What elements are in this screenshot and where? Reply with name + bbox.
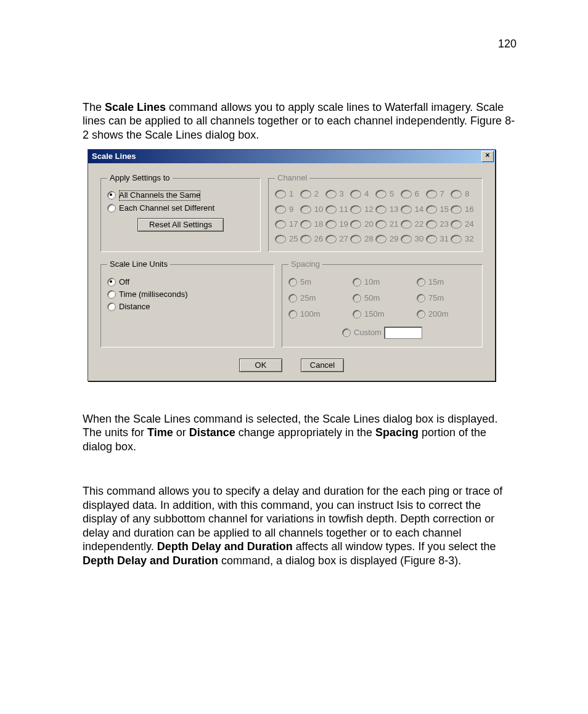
- radio-channel-22[interactable]: 22: [401, 219, 426, 229]
- radio-label: 50m: [364, 293, 380, 303]
- radio-label: 31: [440, 234, 450, 244]
- radio-channel-29[interactable]: 29: [375, 234, 401, 244]
- radio-label: 7: [440, 189, 450, 199]
- radio-channel-16[interactable]: 16: [451, 205, 476, 214]
- radio-icon: [325, 190, 337, 198]
- radio-label: 21: [390, 219, 399, 229]
- radio-label: 17: [289, 219, 299, 229]
- radio-channel-5[interactable]: 5: [375, 189, 401, 199]
- radio-units-off[interactable]: Off: [107, 277, 267, 287]
- radio-spacing-100m[interactable]: 100m: [288, 309, 348, 319]
- radio-spacing-200m[interactable]: 200m: [417, 309, 476, 319]
- close-icon: ×: [485, 151, 489, 160]
- radio-channel-18[interactable]: 18: [300, 219, 325, 229]
- apply-legend: Apply Settings to: [107, 173, 173, 183]
- text: or: [173, 426, 189, 439]
- radio-channel-12[interactable]: 12: [350, 205, 375, 214]
- ok-button[interactable]: OK: [239, 359, 282, 372]
- radio-spacing-custom[interactable]: Custom: [342, 328, 382, 338]
- radio-spacing-10m[interactable]: 10m: [353, 277, 412, 287]
- radio-channel-32[interactable]: 32: [451, 234, 476, 244]
- radio-label: 6: [415, 189, 425, 199]
- scale-line-units-group: Scale Line Units Off Time (milliseconds)…: [100, 259, 274, 347]
- radio-units-distance[interactable]: Distance: [107, 302, 267, 312]
- radio-label: 75m: [428, 293, 444, 303]
- radio-channel-30[interactable]: 30: [401, 234, 426, 244]
- radio-icon: [353, 294, 361, 302]
- close-button[interactable]: ×: [481, 151, 494, 162]
- radio-channel-8[interactable]: 8: [451, 189, 476, 199]
- radio-channel-17[interactable]: 17: [275, 219, 300, 229]
- radio-spacing-50m[interactable]: 50m: [353, 293, 412, 303]
- radio-channel-26[interactable]: 26: [300, 234, 325, 244]
- cancel-button[interactable]: Cancel: [301, 359, 344, 372]
- radio-channel-11[interactable]: 11: [325, 205, 351, 214]
- radio-icon: [275, 220, 286, 229]
- radio-spacing-25m[interactable]: 25m: [288, 293, 348, 303]
- radio-icon: [107, 290, 116, 299]
- dialog-title: Scale Lines: [92, 152, 136, 161]
- radio-icon: [325, 205, 337, 214]
- radio-channel-7[interactable]: 7: [426, 189, 451, 199]
- radio-icon: [107, 278, 116, 286]
- reset-all-settings-button[interactable]: Reset All Settings: [137, 218, 224, 232]
- radio-spacing-5m[interactable]: 5m: [288, 277, 348, 287]
- radio-channel-23[interactable]: 23: [426, 219, 451, 229]
- radio-channel-3[interactable]: 3: [325, 189, 351, 199]
- text: command, a dialog box is displayed (Figu…: [218, 554, 461, 567]
- radio-channel-15[interactable]: 15: [426, 205, 451, 214]
- radio-label: 27: [340, 234, 349, 244]
- channel-legend: Channel: [275, 173, 309, 183]
- radio-icon: [426, 190, 437, 198]
- spacing-custom-input[interactable]: [384, 327, 422, 339]
- radio-label: Custom: [354, 328, 382, 338]
- radio-label: 200m: [428, 309, 449, 319]
- radio-channel-13[interactable]: 13: [375, 205, 401, 214]
- radio-channel-24[interactable]: 24: [451, 219, 476, 229]
- radio-icon: [342, 328, 351, 337]
- radio-spacing-75m[interactable]: 75m: [417, 293, 476, 303]
- radio-icon: [451, 190, 462, 198]
- radio-label: Each Channel set Different: [119, 203, 214, 213]
- radio-label: 20: [364, 219, 374, 229]
- radio-label: 8: [465, 189, 475, 199]
- radio-icon: [375, 220, 386, 229]
- radio-label: 5m: [300, 277, 311, 287]
- radio-channel-25[interactable]: 25: [275, 234, 300, 244]
- radio-channel-19[interactable]: 19: [325, 219, 351, 229]
- radio-channel-4[interactable]: 4: [350, 189, 375, 199]
- radio-spacing-15m[interactable]: 15m: [417, 277, 476, 287]
- radio-label: 24: [465, 219, 475, 229]
- radio-units-time[interactable]: Time (milliseconds): [107, 290, 267, 299]
- radio-channel-28[interactable]: 28: [350, 234, 375, 244]
- radio-channel-27[interactable]: 27: [325, 234, 351, 244]
- radio-channel-1[interactable]: 1: [275, 189, 300, 199]
- radio-spacing-150m[interactable]: 150m: [353, 309, 412, 319]
- radio-channel-31[interactable]: 31: [426, 234, 451, 244]
- radio-label: Time (milliseconds): [119, 290, 187, 299]
- radio-label: 19: [340, 219, 349, 229]
- titlebar: Scale Lines ×: [88, 150, 495, 163]
- radio-label: 32: [465, 234, 475, 244]
- radio-each-channel-different[interactable]: Each Channel set Different: [107, 203, 254, 213]
- text: affects all window types. If you select …: [293, 540, 496, 553]
- radio-channel-14[interactable]: 14: [401, 205, 426, 214]
- radio-icon: [325, 235, 337, 243]
- radio-channel-9[interactable]: 9: [275, 205, 300, 214]
- radio-channel-2[interactable]: 2: [300, 189, 325, 199]
- radio-icon: [353, 278, 361, 286]
- radio-label: 150m: [364, 309, 385, 319]
- radio-label: 25: [289, 234, 299, 244]
- text: The: [83, 101, 105, 113]
- radio-label: 3: [340, 189, 349, 199]
- radio-label: 15: [440, 205, 450, 214]
- bold-time: Time: [147, 426, 173, 439]
- radio-channel-21[interactable]: 21: [375, 219, 401, 229]
- radio-channel-10[interactable]: 10: [300, 205, 325, 214]
- radio-icon: [300, 220, 311, 229]
- radio-channel-20[interactable]: 20: [350, 219, 375, 229]
- radio-all-channels-same[interactable]: All Channels the Same: [107, 190, 254, 200]
- radio-channel-6[interactable]: 6: [401, 189, 426, 199]
- bold-scale-lines: Scale Lines: [105, 101, 166, 113]
- radio-icon: [300, 235, 311, 243]
